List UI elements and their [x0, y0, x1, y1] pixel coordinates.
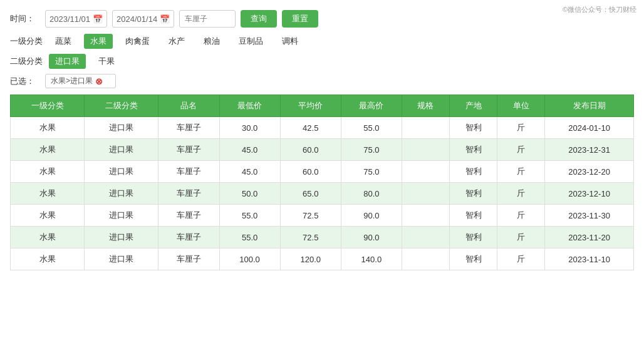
selected-label: 已选：: [10, 76, 40, 87]
cell-row1-col8: 斤: [497, 139, 545, 161]
date-end-value: 2024/01/14: [117, 14, 157, 24]
table-row: 水果进口果车厘子45.060.075.0智利斤2023-12-20: [11, 161, 634, 183]
cat1-tag-meat[interactable]: 肉禽蛋: [119, 34, 156, 49]
calendar-end-icon[interactable]: 📅: [160, 14, 170, 24]
cell-row4-col2: 车厘子: [158, 205, 219, 227]
cell-row2-col4: 60.0: [280, 161, 341, 183]
cell-row2-col0: 水果: [11, 161, 85, 183]
cell-row0-col3: 30.0: [219, 117, 280, 139]
cat1-tag-seafood[interactable]: 水产: [162, 34, 191, 49]
cell-row3-col2: 车厘子: [158, 183, 219, 205]
date-start-value: 2023/11/01: [49, 14, 90, 24]
cat1-tag-spice[interactable]: 调料: [276, 34, 304, 49]
cell-row0-col7: 智利: [450, 117, 497, 139]
cat2-tag-import[interactable]: 进口果: [49, 54, 86, 69]
cell-row6-col3: 100.0: [219, 248, 280, 270]
cell-row5-col7: 智利: [450, 227, 497, 248]
cell-row1-col3: 45.0: [219, 139, 280, 161]
category1-row: 一级分类 蔬菜 水果 肉禽蛋 水产 粮油 豆制品 调料: [10, 34, 634, 49]
cell-row1-col4: 60.0: [280, 139, 341, 161]
cell-row1-col6: [402, 139, 449, 161]
cell-row5-col5: 90.0: [341, 227, 402, 248]
price-table: 一级分类 二级分类 品名 最低价 平均价 最高价 规格 产地 单位 发布日期 水…: [10, 95, 634, 270]
cat2-tag-dried[interactable]: 干果: [92, 54, 121, 69]
cell-row6-col5: 140.0: [341, 248, 402, 270]
cell-row2-col2: 车厘子: [158, 161, 219, 183]
cell-row4-col5: 90.0: [341, 205, 402, 227]
col-header-cat1: 一级分类: [11, 95, 85, 117]
calendar-start-icon[interactable]: 📅: [93, 14, 103, 24]
col-header-cat2: 二级分类: [85, 95, 158, 117]
cell-row6-col8: 斤: [497, 248, 545, 270]
col-header-avg: 平均价: [280, 95, 341, 117]
cell-row5-col9: 2023-11-20: [545, 227, 634, 248]
cat1-tag-vegetable[interactable]: 蔬菜: [49, 34, 78, 49]
category2-label: 二级分类: [10, 56, 43, 67]
data-table-wrapper: 一级分类 二级分类 品名 最低价 平均价 最高价 规格 产地 单位 发布日期 水…: [10, 95, 634, 270]
cell-row5-col4: 72.5: [280, 227, 341, 248]
cell-row6-col4: 120.0: [280, 248, 341, 270]
reset-button[interactable]: 重置: [282, 10, 318, 28]
cell-row3-col7: 智利: [450, 183, 497, 205]
remove-tag-icon[interactable]: ⊗: [95, 76, 103, 86]
col-header-name: 品名: [158, 95, 219, 117]
cell-row4-col8: 斤: [497, 205, 545, 227]
col-header-spec: 规格: [402, 95, 449, 117]
cell-row6-col2: 车厘子: [158, 248, 219, 270]
col-header-date: 发布日期: [545, 95, 634, 117]
cell-row0-col9: 2024-01-10: [545, 117, 634, 139]
cell-row5-col1: 进口果: [85, 227, 158, 248]
cell-row6-col0: 水果: [11, 248, 85, 270]
cell-row4-col3: 55.0: [219, 205, 280, 227]
cell-row1-col2: 车厘子: [158, 139, 219, 161]
cell-row2-col7: 智利: [450, 161, 497, 183]
time-filter-row: 时间： 2023/11/01 📅 2024/01/14 📅 查询 重置: [10, 10, 634, 28]
col-header-max: 最高价: [341, 95, 402, 117]
cell-row6-col7: 智利: [450, 248, 497, 270]
cell-row4-col7: 智利: [450, 205, 497, 227]
cell-row4-col9: 2023-11-30: [545, 205, 634, 227]
cell-row3-col0: 水果: [11, 183, 85, 205]
watermark-text: ©微信公众号：快刀财经: [563, 5, 636, 14]
query-button[interactable]: 查询: [241, 10, 277, 28]
cat1-tag-fruit[interactable]: 水果: [84, 34, 113, 49]
category1-label: 一级分类: [10, 36, 43, 47]
cell-row2-col3: 45.0: [219, 161, 280, 183]
table-row: 水果进口果车厘子55.072.590.0智利斤2023-11-30: [11, 205, 634, 227]
cell-row1-col1: 进口果: [85, 139, 158, 161]
cell-row0-col2: 车厘子: [158, 117, 219, 139]
table-row: 水果进口果车厘子55.072.590.0智利斤2023-11-20: [11, 227, 634, 248]
cell-row6-col6: [402, 248, 449, 270]
cell-row4-col4: 72.5: [280, 205, 341, 227]
cell-row2-col1: 进口果: [85, 161, 158, 183]
selected-tag-text: 水果>进口果: [51, 76, 93, 86]
cell-row4-col0: 水果: [11, 205, 85, 227]
selected-row: 已选： 水果>进口果 ⊗: [10, 74, 634, 88]
category2-row: 二级分类 进口果 干果: [10, 54, 634, 69]
cell-row5-col8: 斤: [497, 227, 545, 248]
date-end-input[interactable]: 2024/01/14 📅: [112, 10, 174, 28]
cell-row5-col3: 55.0: [219, 227, 280, 248]
cell-row6-col1: 进口果: [85, 248, 158, 270]
cell-row0-col4: 42.5: [280, 117, 341, 139]
cell-row4-col6: [402, 205, 449, 227]
cell-row5-col0: 水果: [11, 227, 85, 248]
cat1-tag-bean[interactable]: 豆制品: [232, 34, 269, 49]
cell-row0-col6: [402, 117, 449, 139]
keyword-input[interactable]: [179, 10, 236, 28]
cell-row0-col8: 斤: [497, 117, 545, 139]
cell-row1-col7: 智利: [450, 139, 497, 161]
cell-row2-col6: [402, 161, 449, 183]
selected-tag-fruit-import[interactable]: 水果>进口果 ⊗: [45, 74, 116, 88]
date-start-input[interactable]: 2023/11/01 📅: [45, 10, 107, 28]
table-row: 水果进口果车厘子30.042.555.0智利斤2024-01-10: [11, 117, 634, 139]
cell-row3-col5: 80.0: [341, 183, 402, 205]
table-header-row: 一级分类 二级分类 品名 最低价 平均价 最高价 规格 产地 单位 发布日期: [11, 95, 634, 117]
cell-row3-col1: 进口果: [85, 183, 158, 205]
cat1-tag-grain[interactable]: 粮油: [197, 34, 226, 49]
table-row: 水果进口果车厘子50.065.080.0智利斤2023-12-10: [11, 183, 634, 205]
cell-row4-col1: 进口果: [85, 205, 158, 227]
cell-row5-col2: 车厘子: [158, 227, 219, 248]
cell-row2-col8: 斤: [497, 161, 545, 183]
cell-row3-col6: [402, 183, 449, 205]
